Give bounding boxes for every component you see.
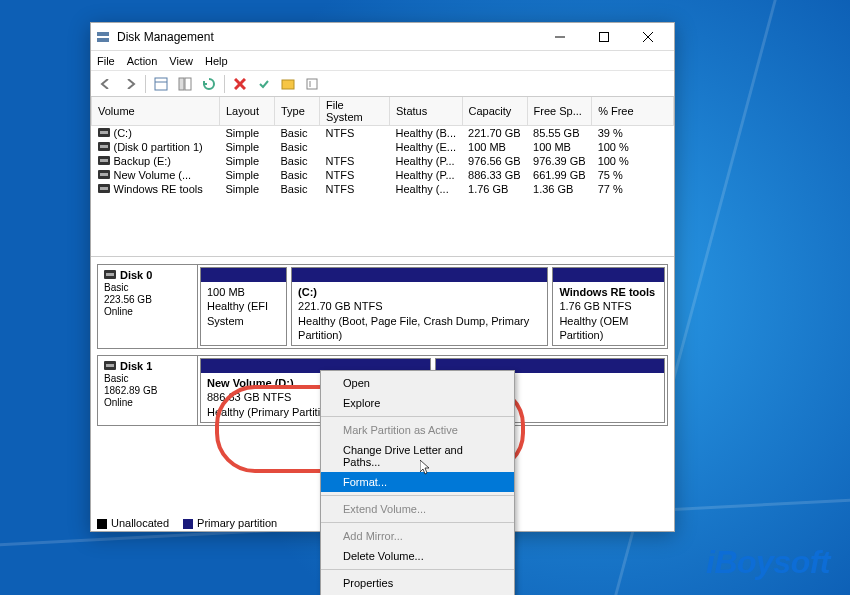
svg-rect-8 [179,78,184,90]
table-row[interactable]: (C:)SimpleBasicNTFSHealthy (B...221.70 G… [92,126,674,141]
unallocated-swatch [97,519,107,529]
menu-action[interactable]: Action [127,55,158,67]
context-menu-item: Add Mirror... [321,526,514,546]
context-menu-item: Extend Volume... [321,499,514,519]
disk-label[interactable]: Disk 1Basic1862.89 GBOnline [98,356,198,425]
context-menu-item[interactable]: Change Drive Letter and Paths... [321,440,514,472]
menubar: File Action View Help [91,51,674,71]
col-status[interactable]: Status [390,97,463,126]
menu-view[interactable]: View [169,55,193,67]
context-menu-item[interactable]: Format... [321,472,514,492]
table-row[interactable]: Backup (E:)SimpleBasicNTFSHealthy (P...9… [92,154,674,168]
svg-rect-6 [155,78,167,90]
col-layout[interactable]: Layout [220,97,275,126]
table-header-row: Volume Layout Type File System Status Ca… [92,97,674,126]
table-row[interactable]: New Volume (...SimpleBasicNTFSHealthy (P… [92,168,674,182]
toolbar-icon[interactable] [277,73,299,95]
table-row[interactable]: (Disk 0 partition 1)SimpleBasicHealthy (… [92,140,674,154]
drive-icon [98,128,110,137]
drive-icon [98,170,110,179]
menu-file[interactable]: File [97,55,115,67]
maximize-button[interactable] [582,24,626,50]
partition[interactable]: 100 MBHealthy (EFI System [200,267,287,346]
disk-label[interactable]: Disk 0Basic223.56 GBOnline [98,265,198,348]
context-menu-item[interactable]: Properties [321,573,514,593]
disk-row: Disk 0Basic223.56 GBOnline100 MBHealthy … [97,264,668,349]
col-capacity[interactable]: Capacity [462,97,527,126]
col-type[interactable]: Type [275,97,320,126]
check-icon[interactable] [253,73,275,95]
col-free[interactable]: Free Sp... [527,97,592,126]
volume-table: Volume Layout Type File System Status Ca… [91,97,674,196]
drive-icon [98,142,110,151]
svg-rect-9 [185,78,191,90]
toolbar-icon[interactable] [150,73,172,95]
watermark: iBoysoft [706,544,830,581]
window-title: Disk Management [117,30,538,44]
partition[interactable]: Windows RE tools1.76 GB NTFSHealthy (OEM… [552,267,665,346]
svg-rect-3 [600,32,609,41]
drive-icon [98,156,110,165]
context-menu-item[interactable]: Explore [321,393,514,413]
col-volume[interactable]: Volume [92,97,220,126]
context-menu-item[interactable]: Open [321,373,514,393]
svg-rect-12 [282,80,294,89]
drive-icon [104,270,116,279]
col-pfree[interactable]: % Free [592,97,674,126]
primary-swatch [183,519,193,529]
close-button[interactable] [626,24,670,50]
refresh-button[interactable] [198,73,220,95]
svg-rect-1 [97,38,109,42]
toolbar-icon[interactable] [301,73,323,95]
app-icon [95,29,111,45]
menu-help[interactable]: Help [205,55,228,67]
partition[interactable]: (C:)221.70 GB NTFSHealthy (Boot, Page Fi… [291,267,548,346]
context-menu: OpenExploreMark Partition as ActiveChang… [320,370,515,595]
svg-rect-0 [97,32,109,36]
context-menu-item[interactable]: Delete Volume... [321,546,514,566]
context-menu-item: Mark Partition as Active [321,420,514,440]
delete-icon[interactable] [229,73,251,95]
volume-list-area: Volume Layout Type File System Status Ca… [91,97,674,257]
drive-icon [104,361,116,370]
legend: Unallocated Primary partition [97,517,277,529]
table-row[interactable]: Windows RE toolsSimpleBasicNTFSHealthy (… [92,182,674,196]
toolbar-icon[interactable] [174,73,196,95]
titlebar: Disk Management [91,23,674,51]
drive-icon [98,184,110,193]
toolbar [91,71,674,97]
forward-button[interactable] [119,73,141,95]
minimize-button[interactable] [538,24,582,50]
col-fs[interactable]: File System [320,97,390,126]
svg-rect-13 [307,79,317,89]
back-button[interactable] [95,73,117,95]
